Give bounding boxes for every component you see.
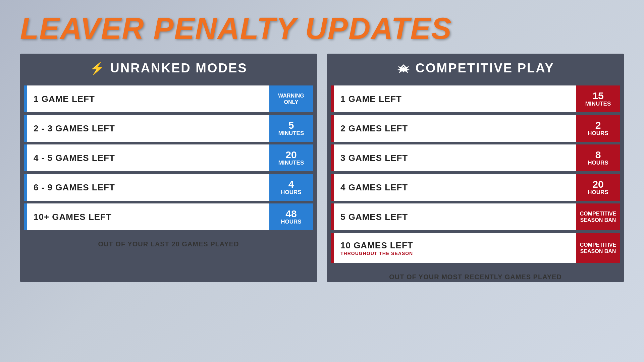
page-title: LEAVER PENALTY UPDATES xyxy=(20,13,452,44)
row-label-cell: 1 GAME LEFT xyxy=(24,85,269,112)
row-penalty-cell: COMPETITIVE SEASON BAN xyxy=(576,203,620,230)
row-label-cell: 1 GAME LEFT xyxy=(331,85,576,112)
penalty-unit: HOURS xyxy=(281,219,301,225)
unranked-panel: UNRANKED MODES 1 GAME LEFTWARNING ONLY2 … xyxy=(20,54,317,282)
row-label-main: 4 GAMES LEFT xyxy=(340,182,570,193)
penalty-unit: MINUTES xyxy=(278,160,304,166)
row-penalty-cell: 48HOURS xyxy=(269,203,313,230)
row-penalty-cell: 8HOURS xyxy=(576,144,620,171)
competitive-title: COMPETITIVE PLAY xyxy=(416,61,554,75)
penalty-text: WARNING ONLY xyxy=(278,93,304,105)
penalty-value: 5 xyxy=(288,120,294,130)
penalty-unit: HOURS xyxy=(588,160,608,166)
penalty-value: 20 xyxy=(592,179,603,189)
row-label-cell: 4 - 5 GAMES LEFT xyxy=(24,144,269,171)
penalty-value: 8 xyxy=(595,150,601,160)
penalty-unit: HOURS xyxy=(281,189,301,196)
penalty-text: COMPETITIVE SEASON BAN xyxy=(580,210,616,223)
row-label-main: 10 GAMES LEFT xyxy=(340,240,570,251)
row-label-main: 5 GAMES LEFT xyxy=(340,212,570,222)
competitive-rows: 1 GAME LEFT15MINUTES2 GAMES LEFT2HOURS3 … xyxy=(327,83,624,268)
row-label-main: 2 GAMES LEFT xyxy=(340,123,570,134)
row-label-cell: 4 GAMES LEFT xyxy=(331,174,576,201)
table-row: 1 GAME LEFT15MINUTES xyxy=(331,85,620,112)
penalty-value: 15 xyxy=(592,91,603,101)
table-row: 6 - 9 GAMES LEFT4HOURS xyxy=(24,174,313,201)
row-label-main: 1 GAME LEFT xyxy=(34,94,263,104)
unranked-title: UNRANKED MODES xyxy=(110,61,247,75)
row-label-cell: 3 GAMES LEFT xyxy=(331,144,576,171)
row-penalty-cell: 15MINUTES xyxy=(576,85,620,112)
penalty-unit: MINUTES xyxy=(585,101,611,107)
unranked-header: UNRANKED MODES xyxy=(20,54,317,83)
row-label-cell: 10+ GAMES LEFT xyxy=(24,203,269,230)
competitive-footer: OUT OF YOUR MOST RECENTLY GAMES PLAYED xyxy=(327,268,624,282)
row-penalty-cell: 20HOURS xyxy=(576,174,620,201)
row-label-main: 3 GAMES LEFT xyxy=(340,153,570,163)
row-label-cell: 2 - 3 GAMES LEFT xyxy=(24,115,269,142)
row-label-main: 2 - 3 GAMES LEFT xyxy=(34,123,263,134)
unranked-rows: 1 GAME LEFTWARNING ONLY2 - 3 GAMES LEFT5… xyxy=(20,83,317,236)
row-label-cell: 2 GAMES LEFT xyxy=(331,115,576,142)
row-label-main: 6 - 9 GAMES LEFT xyxy=(34,182,263,193)
row-penalty-cell: 2HOURS xyxy=(576,115,620,142)
bolt-icon xyxy=(90,61,105,75)
penalty-unit: HOURS xyxy=(588,189,608,196)
row-label-main: 4 - 5 GAMES LEFT xyxy=(34,153,263,163)
table-row: 2 - 3 GAMES LEFT5MINUTES xyxy=(24,115,313,142)
row-penalty-cell: 5MINUTES xyxy=(269,115,313,142)
row-penalty-cell: 4HOURS xyxy=(269,174,313,201)
penalty-unit: MINUTES xyxy=(278,130,304,137)
row-label-main: 1 GAME LEFT xyxy=(340,94,570,104)
row-penalty-cell: WARNING ONLY xyxy=(269,85,313,112)
table-row: 1 GAME LEFTWARNING ONLY xyxy=(24,85,313,112)
penalty-value: 48 xyxy=(285,209,297,219)
table-row: 10+ GAMES LEFT48HOURS xyxy=(24,203,313,230)
penalty-value: 2 xyxy=(595,120,601,130)
row-label-main: 10+ GAMES LEFT xyxy=(34,212,263,222)
table-row: 4 - 5 GAMES LEFT20MINUTES xyxy=(24,144,313,171)
svg-marker-0 xyxy=(397,64,410,73)
wings-icon xyxy=(397,62,410,74)
penalty-value: 20 xyxy=(285,150,297,160)
table-row: 10 GAMES LEFTTHROUGHOUT THE SEASONCOMPET… xyxy=(331,233,620,263)
panels-container: UNRANKED MODES 1 GAME LEFTWARNING ONLY2 … xyxy=(20,54,624,282)
row-label-cell: 5 GAMES LEFT xyxy=(331,203,576,230)
row-label-cell: 10 GAMES LEFTTHROUGHOUT THE SEASON xyxy=(331,233,576,263)
penalty-text: COMPETITIVE SEASON BAN xyxy=(580,242,616,254)
row-label-sub: THROUGHOUT THE SEASON xyxy=(340,251,570,256)
unranked-footer: OUT OF YOUR LAST 20 GAMES PLAYED xyxy=(20,236,317,249)
competitive-panel: COMPETITIVE PLAY 1 GAME LEFT15MINUTES2 G… xyxy=(327,54,624,282)
penalty-unit: HOURS xyxy=(588,130,608,137)
table-row: 3 GAMES LEFT8HOURS xyxy=(331,144,620,171)
row-penalty-cell: COMPETITIVE SEASON BAN xyxy=(576,233,620,263)
row-penalty-cell: 20MINUTES xyxy=(269,144,313,171)
table-row: 2 GAMES LEFT2HOURS xyxy=(331,115,620,142)
row-label-cell: 6 - 9 GAMES LEFT xyxy=(24,174,269,201)
table-row: 4 GAMES LEFT20HOURS xyxy=(331,174,620,201)
competitive-header: COMPETITIVE PLAY xyxy=(327,54,624,83)
penalty-value: 4 xyxy=(288,179,294,189)
table-row: 5 GAMES LEFTCOMPETITIVE SEASON BAN xyxy=(331,203,620,230)
